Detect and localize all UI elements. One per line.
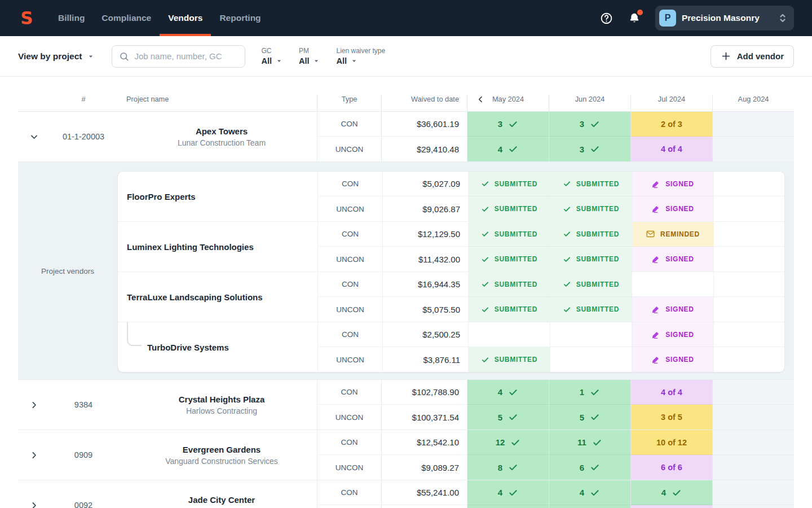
month-cell-count: 6 xyxy=(549,455,631,480)
project-number: 9384 xyxy=(50,380,117,430)
project-row[interactable]: 0909Evergreen GardensVanguard Constructi… xyxy=(18,430,794,480)
notifications-button[interactable] xyxy=(627,11,642,25)
vendor-name: TurboDrive Systems xyxy=(147,343,229,352)
filter-select-lien-waiver-type[interactable]: Lien waiver typeAll xyxy=(336,47,385,65)
type-cell: UNCON xyxy=(317,455,382,480)
search-input[interactable] xyxy=(134,51,238,61)
waived-amount: $29,410.48 xyxy=(417,144,459,154)
waived-cell: $12,129.50 xyxy=(383,222,469,247)
status-cell-signed: SIGNED xyxy=(632,322,714,347)
month-cell-empty xyxy=(713,137,794,161)
type-cell: UNCON xyxy=(318,247,383,271)
account-switcher[interactable]: P Precision Masonry xyxy=(655,6,794,30)
view-by-dropdown[interactable]: View by project xyxy=(18,51,95,62)
filter-label: Lien waiver type xyxy=(336,47,385,55)
vendor-name-cell: Luminex Lighting Technologies xyxy=(118,222,318,271)
vendor-name: TerraLuxe Landscaping Solutions xyxy=(127,292,263,302)
waived-amount: $36,601.19 xyxy=(417,119,459,129)
check-icon xyxy=(481,205,489,213)
project-name-cell: Jade City CenterVanguard Construction Se… xyxy=(117,480,317,508)
status-cell-signed: SIGNED xyxy=(632,297,714,322)
check-icon xyxy=(563,230,571,238)
status-label: SUBMITTED xyxy=(576,180,619,188)
add-vendor-button[interactable]: Add vendor xyxy=(710,45,794,68)
status-cell-submitted: SUBMITTED xyxy=(550,247,632,271)
waiver-type-label: UNCON xyxy=(336,356,364,364)
ratio-value: 6 of 6 xyxy=(661,463,682,472)
waived-cell: $55,241.00 xyxy=(382,480,467,505)
check-icon xyxy=(563,179,571,188)
nav-item-reporting[interactable]: Reporting xyxy=(211,0,269,36)
check-icon xyxy=(508,412,518,422)
month-cell-count: 3 xyxy=(549,137,631,161)
waived-amount: $12,542.10 xyxy=(417,437,459,447)
waiver-type-label: CON xyxy=(341,120,358,128)
status-cell-empty xyxy=(714,222,784,247)
nav-item-vendors[interactable]: Vendors xyxy=(160,0,211,36)
envelope-icon xyxy=(646,229,655,239)
month-header-jul: Jul 2024 xyxy=(631,95,713,111)
expander-cell[interactable] xyxy=(18,480,50,508)
previous-month-button[interactable] xyxy=(475,94,486,104)
check-icon xyxy=(508,462,518,472)
waiver-type-label: CON xyxy=(341,488,358,497)
caret-down-icon xyxy=(275,57,283,65)
filter-select-gc[interactable]: GCAll xyxy=(261,47,283,65)
waived-cell: $9,026.87 xyxy=(383,196,469,221)
type-cell: CON xyxy=(318,222,383,247)
nav-item-billing[interactable]: Billing xyxy=(50,0,93,36)
vendor-name-cell: FloorPro Experts xyxy=(118,172,318,221)
vendor-name-cell: TurboDrive Systems xyxy=(118,322,318,372)
expander-cell[interactable] xyxy=(18,380,50,430)
expander-cell[interactable] xyxy=(18,112,50,161)
vendor-row: FloorPro ExpertsCON$5,027.09SUBMITTEDSUB… xyxy=(118,172,784,221)
project-number: 01-1-20003 xyxy=(50,112,117,161)
month-cell-empty xyxy=(713,505,794,508)
nav-item-compliance[interactable]: Compliance xyxy=(93,0,160,36)
month-header-aug: Aug 2024 xyxy=(713,95,794,111)
project-row[interactable]: 01-1-20003Apex TowersLunar Construction … xyxy=(18,112,794,162)
status-cell-submitted: SUBMITTED xyxy=(550,222,632,247)
status-label: SUBMITTED xyxy=(495,281,537,288)
status-label: SUBMITTED xyxy=(576,205,619,213)
month-cell-count: 4 xyxy=(467,380,549,405)
check-icon xyxy=(590,488,600,498)
count-value: 5 xyxy=(580,413,584,422)
month-cell-ratio: 4 of 4 xyxy=(631,137,713,161)
add-vendor-label: Add vendor xyxy=(737,51,784,61)
waiver-type-label: UNCON xyxy=(336,413,364,422)
waived-column-header: Waived to date xyxy=(382,95,467,111)
expander-column-header xyxy=(18,103,50,111)
month-cell-count: 4 xyxy=(467,480,549,505)
status-cell-empty xyxy=(714,347,784,372)
project-number-value: 0092 xyxy=(74,501,92,508)
month-cell-count xyxy=(467,505,549,508)
month-cell-empty xyxy=(713,430,794,455)
status-cell-submitted: SUBMITTED xyxy=(469,247,550,271)
expander-cell[interactable] xyxy=(18,430,50,480)
status-label: SUBMITTED xyxy=(495,255,537,263)
check-icon xyxy=(563,255,571,264)
month-cell-count: 5 xyxy=(467,405,549,430)
project-row[interactable]: 9384Crystal Heights PlazaHarlows Contrac… xyxy=(18,380,794,430)
filter-select-pm[interactable]: PMAll xyxy=(299,47,321,65)
check-icon xyxy=(508,144,518,154)
status-label: SUBMITTED xyxy=(495,305,537,313)
project-number-value: 01-1-20003 xyxy=(63,132,104,141)
pen-icon xyxy=(651,305,660,314)
waiver-type-label: CON xyxy=(342,330,359,339)
pen-icon xyxy=(651,179,660,189)
status-cell-submitted: SUBMITTED xyxy=(550,196,632,221)
waived-cell: $12,542.10 xyxy=(382,430,467,455)
project-row[interactable]: 0092Jade City CenterVanguard Constructio… xyxy=(18,480,794,508)
chevron-down-icon xyxy=(29,132,39,142)
help-circle-icon xyxy=(600,12,613,25)
siteline-logo[interactable]: S xyxy=(18,8,35,28)
status-label: SIGNED xyxy=(665,255,694,263)
check-icon xyxy=(590,144,600,154)
status-label: SUBMITTED xyxy=(576,255,619,263)
month-cell-count: 4 xyxy=(631,480,713,505)
help-button[interactable] xyxy=(599,11,614,25)
check-icon xyxy=(592,437,602,448)
status-label: SUBMITTED xyxy=(495,180,537,188)
